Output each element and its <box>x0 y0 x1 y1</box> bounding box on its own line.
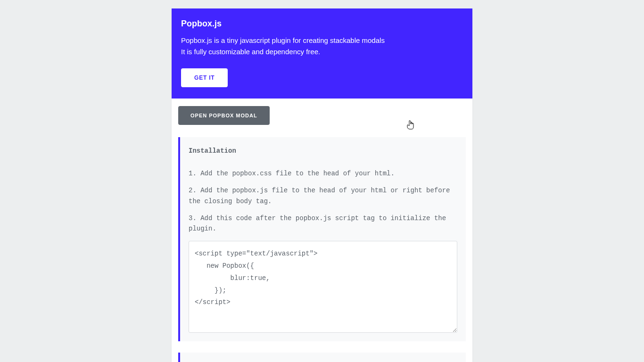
hero-banner: Popbox.js Popbox.js is a tiny javascript… <box>172 8 472 99</box>
page-title: Popbox.js <box>181 19 463 29</box>
content-area: OPEN POPBOX MODAL Installation 1. Add th… <box>172 99 472 362</box>
hero-desc-line-2: It is fully customizable and dependency … <box>181 47 463 57</box>
installation-section: Installation 1. Add the popbox.css file … <box>178 137 466 341</box>
installation-step-1: 1. Add the popbox.css file to the head o… <box>189 168 457 179</box>
installation-step-2: 2. Add the popbox.js file to the head of… <box>189 185 457 206</box>
installation-step-3: 3. Add this code after the popbox.js scr… <box>189 213 457 234</box>
hero-desc-line-1: Popbox.js is a tiny javascript plugin fo… <box>181 35 463 46</box>
installation-code-snippet[interactable]: <script type="text/javascript"> new Popb… <box>189 241 457 333</box>
open-popbox-modal-button[interactable]: OPEN POPBOX MODAL <box>178 106 270 125</box>
installation-heading: Installation <box>189 146 457 156</box>
get-it-button[interactable]: GET IT <box>181 68 228 87</box>
example-html-section: Example html <box>178 353 466 362</box>
page-card: Popbox.js Popbox.js is a tiny javascript… <box>172 8 472 362</box>
